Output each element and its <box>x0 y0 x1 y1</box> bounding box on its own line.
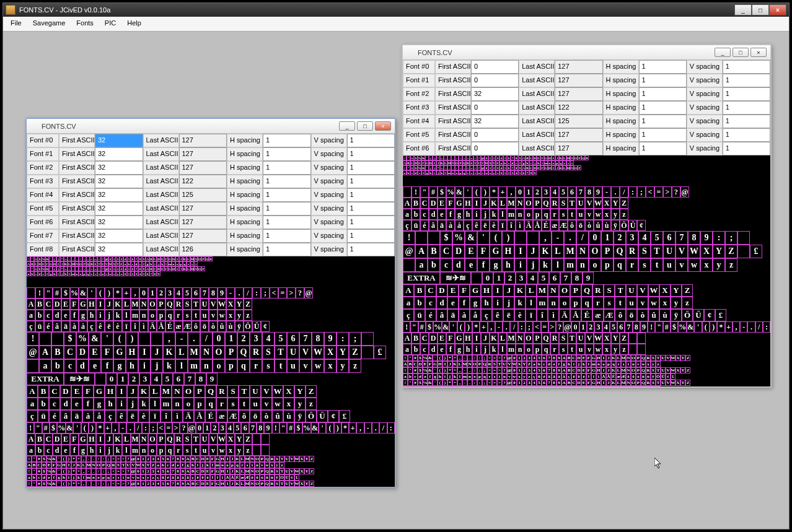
glyph-cell[interactable]: Z <box>151 462 156 468</box>
glyph-cell[interactable]: k <box>581 361 586 367</box>
glyph-cell[interactable]: a <box>39 359 51 373</box>
glyph-cell[interactable]: a <box>403 297 414 309</box>
glyph-cell[interactable]: j <box>447 373 452 380</box>
glyph-cell[interactable]: ! <box>648 321 655 333</box>
glyph-cell[interactable]: k <box>163 359 175 373</box>
v-spacing-input[interactable]: 1 <box>347 134 395 147</box>
glyph-cell[interactable]: w <box>641 386 646 386</box>
glyph-cell[interactable]: : <box>337 332 349 346</box>
glyph-cell[interactable]: X <box>517 386 522 386</box>
glyph-cell[interactable]: û <box>218 321 226 332</box>
glyph-cell[interactable] <box>527 231 539 245</box>
glyph-cell[interactable]: R <box>250 346 262 359</box>
glyph-cell[interactable]: , <box>81 468 86 474</box>
glyph-cell[interactable]: t <box>568 209 576 220</box>
glyph-cell[interactable]: A <box>185 468 190 474</box>
glyph-cell[interactable]: G <box>591 367 596 373</box>
glyph-cell[interactable]: L <box>498 333 507 344</box>
glyph-cell[interactable]: A <box>27 385 38 398</box>
glyph-cell[interactable]: $ <box>42 481 46 487</box>
glyph-cell[interactable]: " <box>408 380 413 386</box>
glyph-cell[interactable]: ( <box>113 332 126 346</box>
glyph-cell[interactable] <box>252 445 261 456</box>
glyph-cell[interactable]: y <box>611 344 620 355</box>
glyph-cell[interactable]: ü <box>537 373 542 380</box>
glyph-cell[interactable]: 5 <box>610 321 617 333</box>
glyph-cell[interactable]: 2 <box>504 272 516 284</box>
glyph-cell[interactable]: k <box>452 373 457 380</box>
glyph-cell[interactable]: q <box>542 344 550 355</box>
glyph-cell[interactable]: ' <box>101 332 113 346</box>
glyph-cell[interactable]: à <box>459 309 470 321</box>
glyph-cell[interactable]: J <box>105 299 113 310</box>
glyph-cell[interactable]: ï <box>149 410 161 422</box>
glyph-cell[interactable]: E <box>61 299 70 310</box>
glyph-cell[interactable]: v <box>507 373 512 380</box>
glyph-cell[interactable]: ) <box>502 231 514 245</box>
glyph-cell[interactable] <box>261 445 270 456</box>
glyph-cell[interactable]: S <box>604 284 615 297</box>
glyph-cell[interactable]: w <box>594 344 602 355</box>
first-ascii-input[interactable]: 32 <box>95 216 143 229</box>
glyph-cell[interactable]: ? <box>126 468 131 474</box>
glyph-cell[interactable]: y <box>671 297 682 309</box>
glyph-cell[interactable]: V <box>289 456 294 462</box>
glyph-cell[interactable]: $ <box>671 321 678 333</box>
glyph-cell[interactable]: Æ <box>559 220 568 231</box>
glyph-cell[interactable]: ' <box>433 355 438 361</box>
menu-help[interactable]: Help <box>122 17 146 31</box>
glyph-cell[interactable]: g <box>79 310 87 321</box>
glyph-cell[interactable]: c <box>37 474 42 481</box>
glyph-cell[interactable]: W <box>294 481 299 487</box>
glyph-cell[interactable]: ; <box>482 380 487 386</box>
glyph-cell[interactable]: d <box>452 258 465 272</box>
glyph-cell[interactable]: r <box>626 258 638 272</box>
glyph-cell[interactable]: 3 <box>151 481 156 487</box>
glyph-cell[interactable]: U <box>287 346 299 359</box>
glyph-cell[interactable]: U <box>661 355 666 361</box>
glyph-cell[interactable]: v <box>209 445 218 456</box>
glyph-cell[interactable]: N <box>626 380 631 386</box>
glyph-cell[interactable]: z <box>656 361 661 367</box>
glyph-cell[interactable]: r <box>616 386 621 386</box>
glyph-cell[interactable]: Z <box>527 361 532 367</box>
glyph-cell[interactable]: + <box>480 321 487 333</box>
glyph-cell[interactable]: H <box>596 367 601 373</box>
glyph-cell[interactable]: F <box>82 385 94 398</box>
glyph-cell[interactable]: V <box>666 380 671 386</box>
glyph-cell[interactable]: t <box>275 359 287 373</box>
glyph-cell[interactable]: j <box>527 258 539 272</box>
glyph-cell[interactable]: D <box>418 386 423 386</box>
glyph-cell[interactable]: ! <box>403 231 415 245</box>
glyph-cell[interactable]: T <box>656 367 661 373</box>
last-ascii-input[interactable]: 127 <box>179 202 227 216</box>
glyph-cell[interactable]: X <box>324 346 337 359</box>
glyph-cell[interactable]: o <box>472 373 477 380</box>
glyph-cell[interactable]: 1 <box>579 321 587 333</box>
glyph-cell[interactable]: X <box>700 245 713 258</box>
glyph-cell[interactable]: : <box>477 380 482 386</box>
glyph-cell[interactable]: q <box>237 359 250 373</box>
glyph-cell[interactable]: ö <box>631 373 636 380</box>
glyph-cell[interactable]: t <box>250 462 255 468</box>
glyph-cell[interactable]: Ü <box>661 373 666 380</box>
glyph-cell[interactable]: N <box>516 333 524 344</box>
glyph-cell[interactable]: K <box>113 299 122 310</box>
glyph-cell[interactable]: C <box>195 456 200 462</box>
glyph-cell[interactable]: h <box>464 209 472 220</box>
glyph-cell[interactable]: P <box>636 355 641 361</box>
minimize-button[interactable]: _ <box>734 4 752 15</box>
glyph-cell[interactable]: R <box>646 367 651 373</box>
glyph-cell[interactable]: m <box>507 344 516 355</box>
glyph-cell[interactable]: ; <box>349 332 361 346</box>
glyph-cell[interactable]: < <box>270 287 278 299</box>
glyph-cell[interactable]: ò <box>209 321 218 332</box>
glyph-cell[interactable]: B <box>190 481 195 487</box>
glyph-cell[interactable]: H <box>464 333 472 344</box>
glyph-cell[interactable]: 7 <box>675 231 688 245</box>
glyph-cell[interactable]: e <box>89 359 101 373</box>
glyph-cell[interactable]: k <box>138 398 149 410</box>
glyph-cell[interactable]: l <box>526 297 537 309</box>
glyph-cell[interactable]: , <box>457 367 462 373</box>
glyph-cell[interactable]: i <box>96 445 105 456</box>
